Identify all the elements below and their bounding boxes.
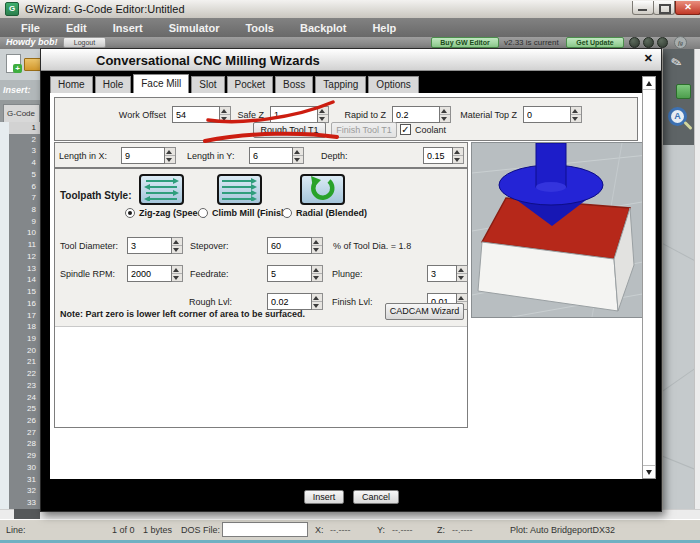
spindle-rpm-spinner[interactable] (172, 265, 183, 282)
line-number[interactable]: 33 (9, 497, 40, 509)
rough-tool-button[interactable]: Rough Tool T1 (253, 122, 326, 138)
line-number[interactable]: 8 (9, 204, 40, 216)
line-number[interactable]: 1 (9, 122, 40, 134)
tab-face-mill[interactable]: Face Mill (133, 74, 189, 93)
buy-button[interactable]: Buy GW Editor (431, 37, 499, 48)
line-number[interactable]: 24 (9, 392, 40, 404)
climb-mill-toolpath-icon[interactable] (217, 174, 262, 205)
safe-z-input[interactable] (270, 106, 318, 123)
line-number[interactable]: 28 (9, 438, 40, 450)
line-number[interactable]: 3 (9, 145, 40, 157)
depth-spinner[interactable] (453, 147, 464, 164)
tool-diameter-input[interactable] (127, 237, 172, 254)
radio-radial[interactable]: Radial (Blended) (282, 208, 367, 218)
finish-tool-button[interactable]: Finish Tool T1 (331, 122, 397, 138)
cadcam-wizard-button[interactable]: CADCAM Wizard (385, 303, 464, 320)
feedrate-input[interactable] (267, 265, 312, 282)
feedrate-spinner[interactable] (312, 265, 323, 282)
line-number[interactable]: 13 (9, 263, 40, 275)
line-number[interactable]: 25 (9, 403, 40, 415)
zigzag-toolpath-icon[interactable] (139, 174, 184, 205)
depth-input[interactable] (423, 147, 453, 164)
menu-insert[interactable]: Insert (100, 22, 156, 34)
rough-lvl-input[interactable] (267, 293, 312, 310)
line-number[interactable]: 32 (9, 485, 40, 497)
stepover-input[interactable] (267, 237, 312, 254)
dos-file-input[interactable] (222, 522, 308, 537)
info-icon[interactable] (643, 37, 654, 48)
cancel-button[interactable]: Cancel (353, 490, 399, 504)
logout-button[interactable]: Logout (63, 37, 106, 48)
line-number[interactable]: 2 (9, 134, 40, 146)
open-folder-icon[interactable] (24, 58, 41, 71)
material-top-z-spinner[interactable] (571, 106, 582, 123)
tab-home[interactable]: Home (50, 76, 93, 93)
menu-file[interactable]: File (8, 22, 53, 34)
line-number[interactable]: 15 (9, 286, 40, 298)
line-number[interactable]: 21 (9, 356, 40, 368)
line-number[interactable]: 4 (9, 157, 40, 169)
safe-z-spinner[interactable] (318, 106, 329, 123)
length-x-input[interactable] (121, 147, 165, 164)
menu-edit[interactable]: Edit (53, 22, 100, 34)
dialog-titlebar[interactable]: Conversational CNC Milling Wizards ✕ (41, 49, 661, 71)
line-number[interactable]: 30 (9, 462, 40, 474)
tool-diameter-spinner[interactable] (172, 237, 183, 254)
line-number[interactable]: 31 (9, 474, 40, 486)
line-number[interactable]: 20 (9, 345, 40, 357)
line-number[interactable]: 18 (9, 321, 40, 333)
length-x-spinner[interactable] (165, 147, 176, 164)
rapid-to-z-spinner[interactable] (440, 106, 451, 123)
tab-hole[interactable]: Hole (95, 76, 132, 93)
line-number[interactable]: 11 (9, 239, 40, 251)
gcode-tab[interactable]: G-Code (3, 104, 40, 122)
line-number[interactable]: 17 (9, 310, 40, 322)
menu-backplot[interactable]: Backplot (287, 22, 359, 34)
vertical-scrollbar-app[interactable] (694, 49, 700, 509)
tab-slot[interactable]: Slot (191, 76, 224, 93)
tab-pocket[interactable]: Pocket (227, 76, 274, 93)
line-number[interactable]: 7 (9, 192, 40, 204)
plunge-spinner[interactable] (457, 265, 468, 282)
scroll-up-icon[interactable] (643, 77, 655, 90)
menu-help[interactable]: Help (359, 22, 409, 34)
coolant-checkbox[interactable]: ✓ (400, 124, 411, 135)
line-number[interactable]: 9 (9, 216, 40, 228)
stepover-spinner[interactable] (312, 237, 323, 254)
line-number[interactable]: 16 (9, 298, 40, 310)
line-number[interactable]: 5 (9, 169, 40, 181)
insert-button[interactable]: Insert (304, 490, 344, 504)
tab-options[interactable]: Options (368, 76, 418, 93)
menu-tools[interactable]: Tools (232, 22, 287, 34)
radio-zigzag[interactable]: Zig-zag (Speed) (125, 208, 206, 218)
minimize-button[interactable] (632, 1, 654, 15)
rapid-to-z-input[interactable] (392, 106, 440, 123)
menu-simulator[interactable]: Simulator (156, 22, 233, 34)
tab-boss[interactable]: Boss (275, 76, 313, 93)
line-number[interactable]: 27 (9, 427, 40, 439)
spindle-rpm-input[interactable] (127, 265, 172, 282)
rough-lvl-spinner[interactable] (312, 293, 323, 310)
scroll-down-icon[interactable] (643, 465, 655, 478)
line-number[interactable]: 6 (9, 181, 40, 193)
settings-icon[interactable] (657, 37, 668, 48)
line-number[interactable]: 26 (9, 415, 40, 427)
maximize-button[interactable] (653, 1, 675, 15)
green-tool-icon[interactable] (676, 84, 691, 99)
line-number[interactable]: 23 (9, 380, 40, 392)
line-number[interactable]: 14 (9, 274, 40, 286)
line-number[interactable]: 22 (9, 368, 40, 380)
dialog-scrollbar[interactable] (642, 76, 656, 479)
radio-climb-mill[interactable]: Climb Mill (Finish) (198, 208, 290, 218)
tab-tapping[interactable]: Tapping (315, 76, 366, 93)
help-icon[interactable] (629, 37, 640, 48)
line-number[interactable]: 12 (9, 251, 40, 263)
dialog-close-icon[interactable]: ✕ (644, 52, 653, 65)
line-number[interactable]: 19 (9, 333, 40, 345)
line-number[interactable]: 29 (9, 450, 40, 462)
close-button[interactable]: ✕ (675, 1, 700, 15)
line-number[interactable]: 10 (9, 227, 40, 239)
update-button[interactable]: Get Update (566, 37, 624, 48)
plunge-input[interactable] (427, 265, 457, 282)
length-y-input[interactable] (249, 147, 293, 164)
